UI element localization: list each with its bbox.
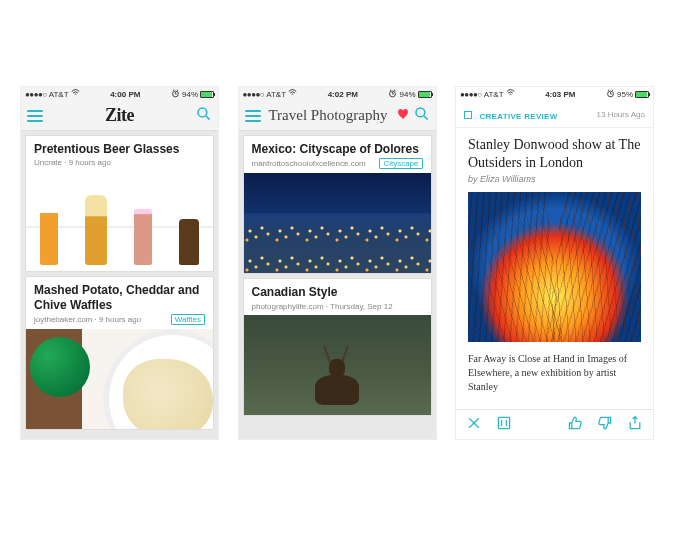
app-title: Zite [43,105,196,126]
topic-title: Travel Photography [261,107,396,124]
svg-line-5 [424,116,428,120]
card-image-waffles [26,329,213,429]
svg-line-2 [206,116,210,120]
clock: 4:03 PM [545,90,575,99]
menu-icon[interactable] [27,110,43,122]
thumbs-up-icon[interactable] [567,415,583,435]
svg-point-4 [416,108,425,117]
signal-dots: ●●●●○ [460,90,482,99]
article-body[interactable]: Stanley Donwood show at The Outsiders in… [456,128,653,409]
article-card[interactable]: Canadian Style photographylife.com · Thu… [243,278,432,415]
battery-icon [418,91,432,98]
source-name: CREATIVE REVIEW [479,112,557,121]
signal-dots: ●●●●○ [243,90,265,99]
card-title: Pretentious Beer Glasses [34,142,205,156]
text-size-icon[interactable] [496,415,512,435]
card-source: Uncrate · 9 hours ago [34,158,111,167]
article-excerpt: Far Away is Close at Hand in Images of E… [468,352,641,394]
article-card[interactable]: Pretentious Beer Glasses Uncrate · 9 hou… [25,135,214,272]
phone-screen-article: ●●●●○ AT&T 4:03 PM 95% CREATIVE REVIEW 1… [455,86,654,440]
nav-bar: Travel Photography [239,101,436,131]
clock: 4:02 PM [328,90,358,99]
carrier-label: AT&T [49,90,69,99]
carrier-label: AT&T [266,90,286,99]
article-toolbar [456,409,653,439]
nav-bar: Zite [21,101,218,131]
card-image-cityscape [244,173,431,273]
status-bar: ●●●●○ AT&T 4:03 PM 95% [456,87,653,101]
status-bar: ●●●●○ AT&T 4:00 PM 94% [21,87,218,101]
topic-tag[interactable]: Waffles [171,314,205,325]
article-card[interactable]: Mexico: Cityscape of Dolores manfrottosc… [243,135,432,274]
phone-screen-home: ●●●●○ AT&T 4:00 PM 94% Zite Pretentious … [20,86,219,440]
card-source: photographylife.com · Thursday, Sep 12 [252,302,393,311]
search-icon[interactable] [414,106,430,126]
card-image-elk [244,315,431,415]
wifi-icon [71,89,80,99]
card-source: manfrottoschoolofxcellence.com [252,159,366,168]
topic-tag[interactable]: Cityscape [379,158,422,169]
status-bar: ●●●●○ AT&T 4:02 PM 94% [239,87,436,101]
article-header: CREATIVE REVIEW 13 Hours Ago [456,101,653,128]
wifi-icon [506,89,515,99]
phone-screen-topic: ●●●●○ AT&T 4:02 PM 94% Travel Photograph… [238,86,437,440]
time-ago: 13 Hours Ago [597,110,645,119]
card-image-beer [26,171,213,271]
article-title: Stanley Donwood show at The Outsiders in… [468,136,641,171]
source-button[interactable]: CREATIVE REVIEW [464,105,558,123]
heart-icon[interactable] [396,107,410,125]
feed[interactable]: Pretentious Beer Glasses Uncrate · 9 hou… [21,131,218,439]
battery-icon [200,91,214,98]
svg-rect-7 [498,417,509,428]
search-icon[interactable] [196,106,212,126]
battery-pct: 94% [182,90,198,99]
signal-dots: ●●●●○ [25,90,47,99]
menu-icon[interactable] [245,110,261,122]
source-icon [464,111,472,119]
close-icon[interactable] [466,415,482,435]
card-title: Canadian Style [252,285,423,299]
card-title: Mashed Potato, Cheddar and Chive Waffles [34,283,205,312]
alarm-icon [388,89,397,100]
article-card[interactable]: Mashed Potato, Cheddar and Chive Waffles… [25,276,214,430]
alarm-icon [606,89,615,100]
svg-point-1 [198,108,207,117]
feed[interactable]: Mexico: Cityscape of Dolores manfrottosc… [239,131,436,439]
article-byline: by Eliza Williams [468,174,641,184]
carrier-label: AT&T [484,90,504,99]
share-icon[interactable] [627,415,643,435]
article-image [468,192,641,342]
clock: 4:00 PM [110,90,140,99]
alarm-icon [171,89,180,100]
battery-icon [635,91,649,98]
thumbs-down-icon[interactable] [597,415,613,435]
wifi-icon [288,89,297,99]
card-title: Mexico: Cityscape of Dolores [252,142,423,156]
battery-pct: 95% [617,90,633,99]
battery-pct: 94% [399,90,415,99]
card-source: joythebaker.com · 9 hours ago [34,315,141,324]
